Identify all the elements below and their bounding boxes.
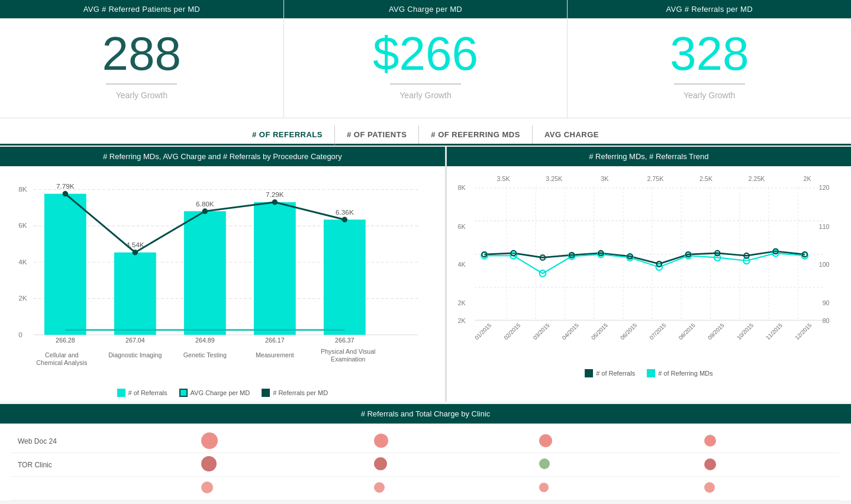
charge-label-3: 264.89 [195,337,215,344]
trend-x-1: 01/2015 [473,322,492,341]
trend-x-5: 05/2015 [589,322,608,341]
tab-referring-mds[interactable]: # OF REFERRING MDS [419,125,533,144]
kpi-header-charge: AVG Charge per MD [284,0,568,18]
trend-x-3: 03/2015 [531,322,550,341]
y-label-0: 0 [18,331,22,339]
kpi-subtitle-referred: Yearly Growth [116,91,167,118]
trend-x-9: 09/2015 [706,322,725,341]
trend-chart-panel: # Referring MDs, # Referrals Trend 8K 6K… [447,147,851,402]
kpi-row: AVG # Referred Patients per MD 288 Yearl… [0,0,851,118]
clinic-row-3 [12,477,839,500]
tab-patients[interactable]: # OF PATIENTS [335,125,419,144]
y-label-6k: 6K [18,221,27,230]
trend-y-right-100: 100 [818,261,829,268]
bar-chart-body: 8K 6K 4K 2K 0 7.79K [0,166,445,384]
bubble-area-3 [89,477,839,500]
top-label-3k: 3K [601,175,609,182]
kpi-underline-3 [674,83,745,85]
y-label-2k: 2K [18,294,27,302]
kpi-header-referred: AVG # Referred Patients per MD [0,0,283,18]
trend-chart-legend: # of Referrals # of Referring MDs [447,364,851,382]
bar-label-1: 7.79K [56,182,75,190]
bubble-3-1 [201,482,213,493]
clinic-row-2: TOR Clinic [12,453,839,477]
charge-label-4: 266.17 [265,337,285,344]
md-dot-1 [63,191,68,196]
x-label-1b: Chemical Analysis [36,359,87,366]
bar-4 [254,202,296,335]
trend-x-4: 04/2015 [560,322,579,341]
bar-1 [44,194,86,335]
trend-y-8k: 8K [457,184,466,191]
bar-3 [184,211,226,335]
trend-x-11: 11/2015 [765,322,784,341]
trend-y-right-80: 80 [822,317,829,324]
trend-y-right-110: 110 [818,223,829,230]
tab-avg-charge[interactable]: AVG CHARGE [533,125,611,144]
kpi-underline [106,83,177,85]
kpi-value-referrals: 328 [670,18,749,80]
x-label-2: Diagnostic Imaging [108,351,162,358]
legend-label-trend-mds: # of Referring MDs [658,370,713,377]
x-label-3: Genetic Testing [183,351,227,358]
charts-row: # Referring MDs, AVG Charge and # Referr… [0,147,851,402]
bubble-1-1 [201,432,218,449]
bar-chart-header: # Referring MDs, AVG Charge and # Referr… [0,147,445,166]
legend-trend-mds: # of Referring MDs [647,369,713,377]
bar-label-4: 7.29K [266,190,284,199]
legend-avg-charge: AVG Charge per MD [179,389,250,397]
top-label-25k: 2.5K [700,175,713,182]
kpi-underline-2 [390,83,461,85]
trend-y-6k: 6K [457,223,466,230]
legend-label-referrals: # of Referrals [128,389,167,396]
kpi-card-referrals: AVG # Referrals per MD 328 Yearly Growth [568,0,851,118]
md-dot-4 [272,199,278,205]
bar-2 [114,253,156,335]
top-label-275k: 2.75K [647,175,664,182]
top-label-2k: 2K [803,175,811,182]
legend-icon-avg-charge [179,389,188,397]
y-label-4k: 4K [18,258,27,266]
bar-label-5: 6.36K [336,208,354,217]
x-label-5b: Examination [331,356,365,363]
trend-chart-header: # Referring MDs, # Referrals Trend [447,147,851,166]
legend-trend-referrals: # of Referrals [585,369,635,377]
bar-chart-svg: 8K 6K 4K 2K 0 7.79K [6,172,439,382]
dashboard: AVG # Referred Patients per MD 288 Yearl… [0,0,851,500]
bottom-chart-header: # Referrals and Total Charge by Clinic [0,404,851,424]
bubble-1-4 [704,435,716,447]
kpi-value-charge: $266 [373,18,478,80]
kpi-card-charge: AVG Charge per MD $266 Yearly Growth [284,0,568,118]
bar-chart-legend: # of Referrals AVG Charge per MD # Refer… [0,384,445,402]
x-label-1: Cellular and [45,351,79,358]
bottom-section: # Referrals and Total Charge by Clinic W… [0,404,851,500]
legend-label-avg-charge: AVG Charge per MD [191,389,250,396]
tab-referrals[interactable]: # OF REFERRALS [240,125,335,146]
legend-icon-trend-referrals [585,369,593,377]
bubble-area-2 [89,453,839,477]
bar-label-3: 6.80K [196,200,214,208]
bubble-3-4 [704,482,715,493]
clinic-name-2: TOR Clinic [18,461,89,469]
md-dot-2 [133,250,138,255]
bar-chart-panel: # Referring MDs, AVG Charge and # Referr… [0,147,446,402]
kpi-card-referred: AVG # Referred Patients per MD 288 Yearl… [0,0,284,118]
md-dot-5 [342,217,347,222]
trend-x-8: 08/2015 [677,322,696,341]
legend-label-trend-referrals: # of Referrals [596,370,635,377]
legend-referrals: # of Referrals [117,389,167,397]
clinic-name-1: Web Doc 24 [18,437,89,445]
x-label-4: Measurement [256,351,294,358]
kpi-subtitle-referrals: Yearly Growth [684,91,735,118]
y-label-8k: 8K [18,185,27,193]
trend-y-2k-2: 2K [457,317,466,324]
kpi-subtitle-charge: Yearly Growth [399,91,451,118]
legend-icon-trend-mds [647,369,655,377]
bubble-1-3 [539,434,552,447]
md-dot-3 [202,208,208,214]
legend-icon-referrals [117,389,125,397]
trend-chart-svg: 8K 6K 4K 2K 2K 120 110 100 90 80 3.5K 3.… [453,172,845,362]
kpi-value-referred: 288 [102,18,181,80]
bubble-chart-area: Web Doc 24 TOR Clinic [0,424,851,500]
top-label-35k: 3.5K [497,175,510,182]
